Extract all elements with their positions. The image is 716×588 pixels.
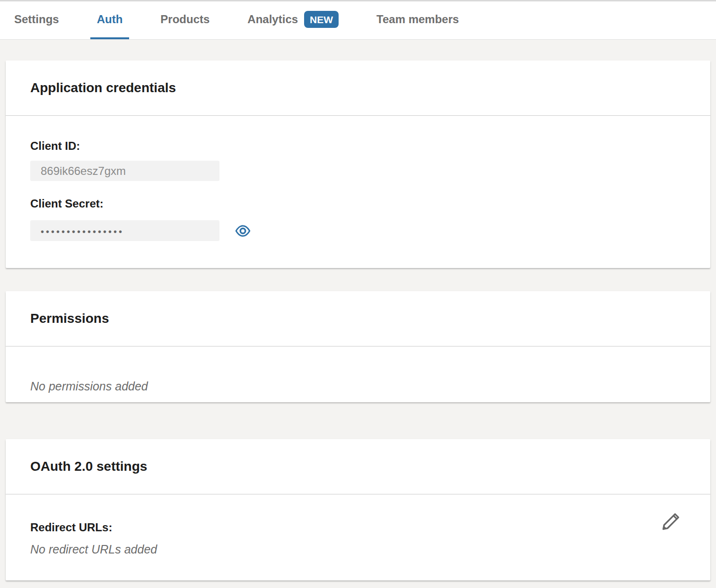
no-redirect-urls-text: No redirect URLs added (30, 543, 686, 556)
permissions-body: No permissions added (6, 346, 710, 402)
tab-auth[interactable]: Auth (90, 1, 130, 39)
client-secret-label: Client Secret: (30, 197, 686, 210)
oauth-settings-card: OAuth 2.0 settings Redirect URLs: No red… (6, 439, 710, 580)
tab-settings-label: Settings (14, 13, 59, 26)
permissions-card: Permissions No permissions added (6, 291, 710, 402)
application-credentials-card: Application credentials Client ID: 869ik… (6, 61, 710, 268)
application-credentials-body: Client ID: 869ik66esz7gxm Client Secret:… (6, 116, 710, 268)
tab-products-label: Products (160, 13, 210, 26)
tab-analytics[interactable]: Analytics NEW (241, 1, 345, 39)
tab-settings[interactable]: Settings (8, 1, 66, 39)
client-id-label: Client ID: (30, 139, 686, 153)
tab-analytics-label: Analytics (247, 13, 298, 26)
client-secret-masked-text: •••••••••••••••• (41, 225, 124, 236)
oauth-settings-title: OAuth 2.0 settings (6, 439, 710, 494)
permissions-title: Permissions (6, 291, 710, 346)
eye-icon (235, 223, 251, 239)
no-permissions-text: No permissions added (30, 380, 686, 393)
tab-team-members[interactable]: Team members (370, 1, 465, 39)
pencil-icon (661, 511, 681, 531)
tab-team-members-label: Team members (376, 13, 459, 26)
tab-bar: Settings Auth Products Analytics NEW Tea… (0, 0, 716, 40)
client-id-value: 869ik66esz7gxm (30, 161, 219, 181)
tab-auth-label: Auth (97, 13, 123, 26)
reveal-secret-button[interactable] (234, 222, 251, 239)
edit-redirect-urls-button[interactable] (661, 511, 681, 531)
oauth-settings-body: Redirect URLs: No redirect URLs added (6, 494, 710, 580)
client-secret-row: •••••••••••••••• (30, 220, 686, 241)
new-badge: NEW (304, 11, 339, 28)
tab-products[interactable]: Products (154, 1, 216, 39)
client-secret-value: •••••••••••••••• (30, 220, 219, 241)
redirect-urls-label: Redirect URLs: (30, 521, 686, 534)
application-credentials-title: Application credentials (6, 61, 710, 116)
